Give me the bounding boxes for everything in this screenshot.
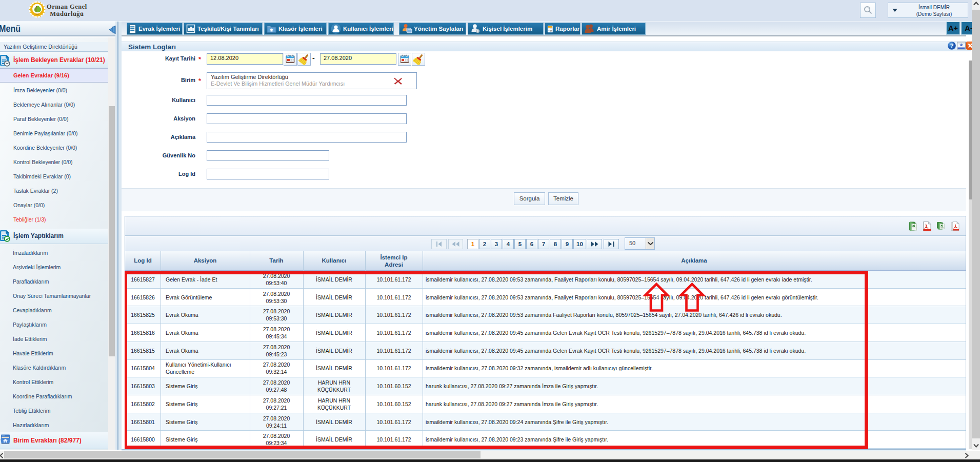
svg-text:?: ?	[950, 43, 954, 49]
